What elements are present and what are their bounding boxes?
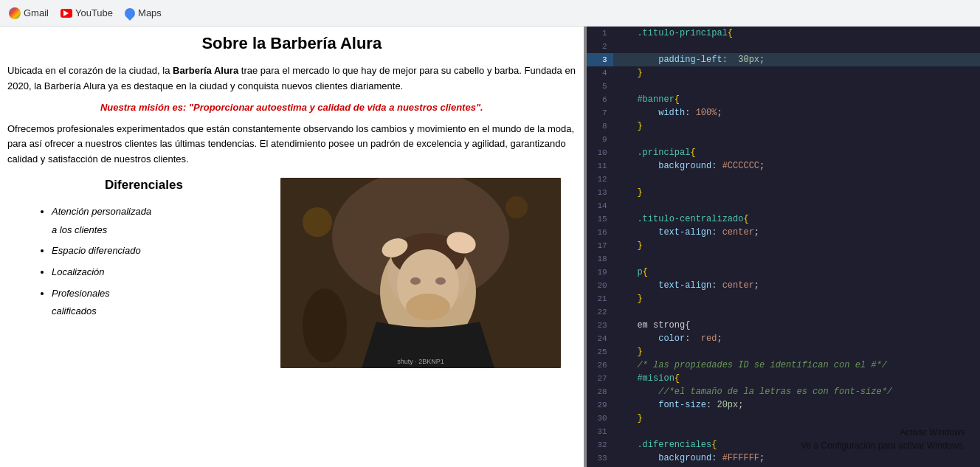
line-content: em strong{ bbox=[613, 319, 980, 332]
line-number: 17 bbox=[587, 239, 613, 252]
line-content bbox=[613, 199, 980, 212]
line-content: } bbox=[613, 186, 980, 199]
code-line: 9 bbox=[587, 133, 980, 146]
youtube-link[interactable]: YouTube bbox=[61, 7, 113, 18]
line-number: 3 bbox=[587, 53, 613, 66]
line-number: 33 bbox=[587, 452, 613, 465]
line-number: 25 bbox=[587, 345, 613, 359]
line-content: #mision{ bbox=[613, 372, 980, 385]
line-number: 5 bbox=[587, 80, 613, 93]
code-line: 5 bbox=[587, 80, 980, 93]
browser-bar: Gmail YouTube Maps bbox=[0, 0, 980, 27]
line-number: 26 bbox=[587, 359, 613, 372]
gmail-label: Gmail bbox=[24, 7, 49, 18]
line-content bbox=[613, 252, 980, 266]
code-line: 13 } bbox=[587, 186, 980, 199]
code-line: 11 background: #CCCCCC; bbox=[587, 159, 980, 173]
line-content: } bbox=[613, 120, 980, 133]
maps-link[interactable]: Maps bbox=[125, 7, 162, 18]
intro-text-1: Ubicada en el corazón de la ciudad, la bbox=[7, 65, 173, 76]
line-number: 10 bbox=[587, 146, 613, 159]
line-number: 4 bbox=[587, 66, 613, 80]
code-line: 3 padding-left: 30px; bbox=[587, 53, 980, 66]
line-content: width: 100%; bbox=[613, 106, 980, 120]
diferenciales-left: Diferenciales Atención personalizadaa lo… bbox=[7, 178, 280, 368]
code-line: 2 bbox=[587, 40, 980, 53]
line-number: 6 bbox=[587, 93, 613, 106]
line-content: .titulo-principal{ bbox=[613, 27, 980, 40]
line-content bbox=[613, 425, 980, 438]
code-line: 15 .titulo-centralizado{ bbox=[587, 212, 980, 226]
line-content: background: #CCCCCC; bbox=[613, 159, 980, 173]
barber-image-inner: shuty · 2BKNP1 bbox=[280, 178, 561, 368]
line-number: 29 bbox=[587, 398, 613, 412]
line-number: 15 bbox=[587, 212, 613, 226]
line-number: 13 bbox=[587, 186, 613, 199]
line-content: /* las propiedades ID se identifican con… bbox=[613, 359, 980, 372]
code-line: 28 //*el tamaño de la letras es con font… bbox=[587, 385, 980, 398]
line-content: p{ bbox=[613, 266, 980, 279]
line-number: 14 bbox=[587, 199, 613, 212]
svg-point-8 bbox=[406, 294, 450, 320]
list-item: Espacio diferenciado bbox=[52, 242, 280, 260]
mission-prefix: Nuestra misión es: bbox=[100, 102, 189, 113]
code-line: 24 color: red; bbox=[587, 332, 980, 345]
maps-label: Maps bbox=[138, 7, 162, 18]
line-number: 24 bbox=[587, 332, 613, 345]
code-panel[interactable]: 1 .titulo-principal{23 padding-left: 30p… bbox=[587, 27, 980, 467]
code-line: 30 } bbox=[587, 412, 980, 425]
line-content bbox=[613, 40, 980, 53]
line-content: color: red; bbox=[613, 332, 980, 345]
line-number: 9 bbox=[587, 133, 613, 146]
code-line: 23 em strong{ bbox=[587, 319, 980, 332]
code-line: 21 } bbox=[587, 292, 980, 305]
line-content: } bbox=[613, 239, 980, 252]
code-line: 6 #banner{ bbox=[587, 93, 980, 106]
intro-paragraph: Ubicada en el corazón de la ciudad, la B… bbox=[7, 63, 576, 94]
line-content bbox=[613, 305, 980, 319]
line-number: 19 bbox=[587, 266, 613, 279]
line-number: 8 bbox=[587, 120, 613, 133]
code-line: 4 } bbox=[587, 66, 980, 80]
line-content: text-align: center; bbox=[613, 279, 980, 292]
line-number: 21 bbox=[587, 292, 613, 305]
svg-point-6 bbox=[410, 277, 421, 285]
barber-svg bbox=[280, 178, 561, 368]
line-content: .diferenciales{ bbox=[613, 438, 980, 452]
mission-text: Nuestra misión es: "Proporcionar autoest… bbox=[7, 102, 576, 113]
svg-point-11 bbox=[303, 207, 332, 237]
line-number: 22 bbox=[587, 305, 613, 319]
line-number: 11 bbox=[587, 159, 613, 173]
youtube-label: YouTube bbox=[75, 7, 113, 18]
code-line: 19 p{ bbox=[587, 266, 980, 279]
code-line: 20 text-align: center; bbox=[587, 279, 980, 292]
list-item: Atención personalizadaa los clientes bbox=[52, 203, 280, 239]
code-line: 7 width: 100%; bbox=[587, 106, 980, 120]
line-content: padding-left: 30px; bbox=[613, 53, 980, 66]
line-content: } bbox=[613, 292, 980, 305]
code-line: 31 bbox=[587, 425, 980, 438]
code-line: 14 bbox=[587, 199, 980, 212]
gmail-link[interactable]: Gmail bbox=[9, 7, 49, 19]
code-line: 12 bbox=[587, 173, 980, 186]
desc-text: Ofrecemos profesionales experimentados q… bbox=[7, 122, 576, 167]
line-number: 18 bbox=[587, 252, 613, 266]
code-line: 8 } bbox=[587, 120, 980, 133]
mission-quote: "Proporcionar autoestima y calidad de vi… bbox=[189, 102, 483, 113]
maps-icon bbox=[122, 6, 137, 21]
line-content: } bbox=[613, 345, 980, 359]
line-number: 27 bbox=[587, 372, 613, 385]
line-number: 20 bbox=[587, 279, 613, 292]
line-number: 23 bbox=[587, 319, 613, 332]
line-content: } bbox=[613, 66, 980, 80]
line-content: .titulo-centralizado{ bbox=[613, 212, 980, 226]
code-line: 10 .principal{ bbox=[587, 146, 980, 159]
code-line: 29 font-size: 20px; bbox=[587, 398, 980, 412]
line-number: 1 bbox=[587, 27, 613, 40]
line-number: 31 bbox=[587, 425, 613, 438]
line-content: .principal{ bbox=[613, 146, 980, 159]
line-number: 16 bbox=[587, 226, 613, 239]
webpage-panel: Sobre la Barbería Alura Ubicada en el co… bbox=[0, 27, 584, 467]
svg-point-13 bbox=[303, 288, 347, 362]
svg-point-7 bbox=[435, 277, 446, 285]
